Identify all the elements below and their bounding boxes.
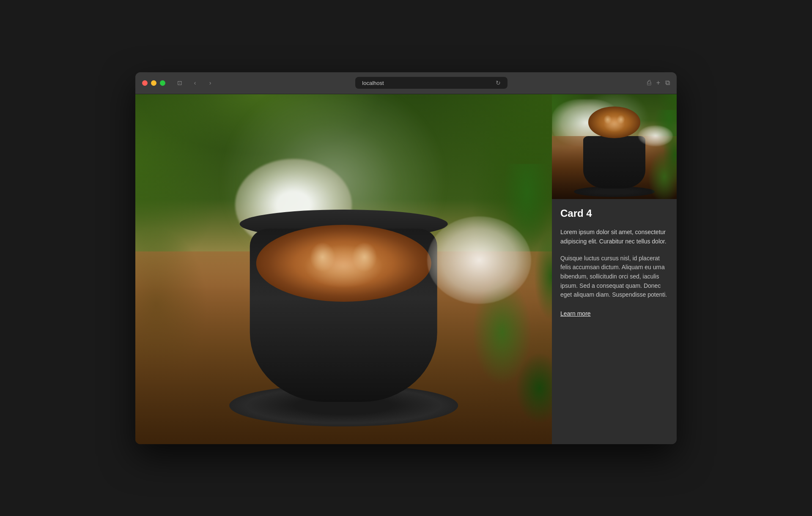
card-title: Card 4: [560, 207, 668, 220]
latte-art: [274, 232, 414, 294]
minimize-button[interactable]: [151, 80, 156, 86]
card-thumbnail: [552, 94, 677, 199]
coffee-scene: [135, 94, 552, 444]
learn-more-link[interactable]: Learn more: [560, 310, 591, 317]
browser-content: Card 4 Lorem ipsum dolor sit amet, conse…: [135, 94, 677, 444]
new-tab-button[interactable]: +: [656, 79, 660, 87]
browser-controls: ⊡ ‹ ›: [174, 77, 216, 89]
card-panel: Card 4 Lorem ipsum dolor sit amet, conse…: [552, 94, 677, 444]
address-bar-wrapper: localhost ↻: [221, 77, 642, 89]
thumb-coffee-surface: [588, 106, 641, 138]
thumb-latte-art: [596, 111, 633, 133]
card-text-secondary: Quisque luctus cursus nisl, id placerat …: [560, 254, 668, 300]
browser-window: ⊡ ‹ › localhost ↻ ⎙ + ⧉: [135, 72, 677, 444]
maximize-button[interactable]: [160, 80, 165, 86]
back-button[interactable]: ‹: [189, 77, 201, 89]
thumb-scene: [552, 94, 677, 199]
plant-right: [427, 164, 552, 444]
card-content: Card 4 Lorem ipsum dolor sit amet, conse…: [552, 199, 677, 318]
coffee-surface: [256, 225, 431, 302]
toolbar-right: ⎙ + ⧉: [647, 79, 670, 87]
traffic-lights: [142, 80, 165, 86]
url-text: localhost: [362, 80, 384, 86]
thumb-cup-body: [583, 136, 646, 188]
close-button[interactable]: [142, 80, 148, 86]
tab-switcher-button[interactable]: ⧉: [665, 79, 670, 87]
cup: [239, 210, 448, 402]
card-text-primary: Lorem ipsum dolor sit amet, consectetur …: [560, 228, 668, 246]
share-button[interactable]: ⎙: [647, 79, 651, 87]
forward-button[interactable]: ›: [204, 77, 216, 89]
titlebar: ⊡ ‹ › localhost ↻ ⎙ + ⧉: [135, 72, 677, 94]
thumb-plant: [642, 110, 677, 199]
sidebar-toggle-button[interactable]: ⊡: [174, 77, 186, 89]
main-image-area: [135, 94, 552, 444]
address-bar[interactable]: localhost ↻: [355, 77, 508, 89]
refresh-button[interactable]: ↻: [496, 79, 501, 86]
pebbles-right: [427, 216, 531, 304]
